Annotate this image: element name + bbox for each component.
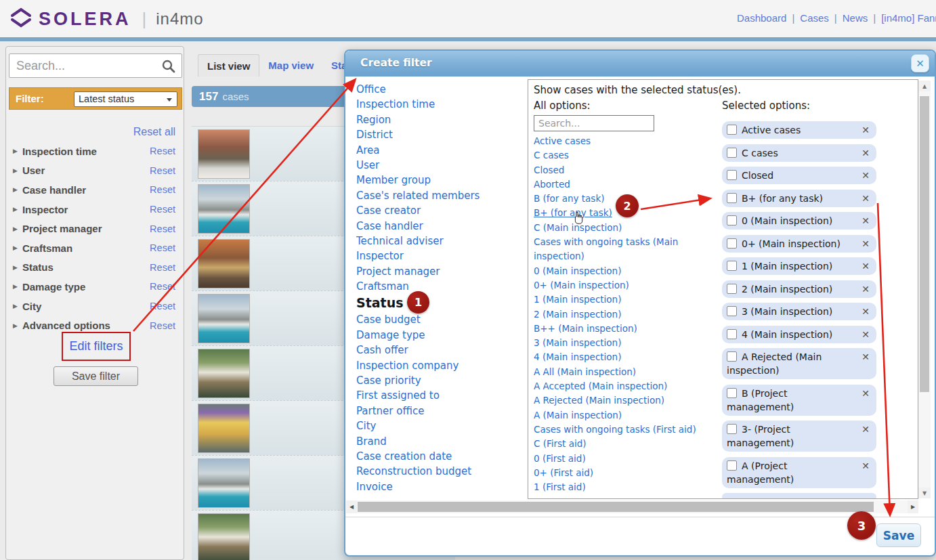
view-tab[interactable]: Map view	[259, 54, 322, 77]
filter-group-reset-link[interactable]: Reset	[150, 262, 175, 273]
status-option-link[interactable]: 0 (Main inspection)	[534, 264, 711, 278]
remove-icon[interactable]: ✕	[861, 350, 870, 364]
remove-icon[interactable]: ✕	[861, 146, 870, 160]
status-option-link[interactable]: Closed	[534, 163, 711, 177]
status-option-link[interactable]: 0+ (First aid)	[534, 466, 711, 480]
filter-field-link[interactable]: Case's related members	[356, 190, 528, 204]
remove-icon[interactable]: ✕	[861, 214, 870, 228]
filter-group-reset-link[interactable]: Reset	[150, 301, 175, 311]
expand-arrow-icon[interactable]: ▶	[13, 244, 18, 251]
remove-icon[interactable]: ✕	[861, 423, 870, 436]
checkbox[interactable]	[727, 424, 737, 434]
filter-field-link[interactable]: Case handler	[356, 220, 528, 235]
filter-field-link[interactable]: Brand	[356, 435, 528, 450]
expand-arrow-icon[interactable]: ▶	[13, 167, 18, 174]
remove-icon[interactable]: ✕	[861, 123, 870, 137]
expand-arrow-icon[interactable]: ▶	[13, 148, 18, 154]
filter-field-link[interactable]: Inspection time	[356, 98, 528, 113]
filter-field-link[interactable]: Area	[356, 144, 528, 159]
filter-group-label[interactable]: City	[22, 301, 41, 312]
filter-field-link[interactable]: Invoice	[356, 481, 528, 496]
filter-group-reset-link[interactable]: Reset	[150, 242, 175, 253]
filter-field-link[interactable]: Member group	[356, 174, 528, 189]
expand-arrow-icon[interactable]: ▶	[13, 225, 18, 232]
status-option-link[interactable]: 0 (First aid)	[534, 452, 711, 466]
vertical-scrollbar-thumb[interactable]	[920, 96, 929, 392]
status-option-link[interactable]: A Rejected (Main inspection)	[534, 393, 711, 408]
filter-field-link[interactable]: Case priority	[356, 374, 528, 389]
remove-icon[interactable]: ✕	[861, 169, 870, 182]
expand-arrow-icon[interactable]: ▶	[13, 186, 18, 193]
remove-icon[interactable]: ✕	[861, 328, 870, 341]
search-icon[interactable]	[161, 59, 176, 77]
checkbox[interactable]	[727, 388, 737, 398]
filter-field-link[interactable]: Status	[356, 295, 528, 314]
filter-field-link[interactable]: Inspector	[356, 250, 528, 265]
filter-field-link[interactable]: Damage type	[356, 329, 528, 344]
horizontal-scrollbar-thumb[interactable]	[358, 502, 874, 512]
filter-field-link[interactable]: Case budget	[356, 314, 528, 328]
filter-group-reset-link[interactable]: Reset	[150, 146, 175, 156]
filter-field-link[interactable]: First assigned to	[356, 389, 528, 404]
expand-arrow-icon[interactable]: ▶	[13, 283, 18, 290]
status-option-link[interactable]: C (Main inspection)	[534, 221, 711, 235]
close-icon[interactable]: ✕	[911, 54, 929, 72]
filter-group-reset-link[interactable]: Reset	[150, 281, 175, 292]
status-option-link[interactable]: 4 (Main inspection)	[534, 350, 711, 364]
status-option-link[interactable]: 1 (First aid)	[534, 480, 711, 494]
filter-group-reset-link[interactable]: Reset	[150, 320, 175, 331]
filter-group-label[interactable]: Inspection time	[22, 146, 97, 157]
options-search-input[interactable]	[534, 115, 654, 131]
filter-field-link[interactable]: Craftsman	[356, 280, 528, 295]
filter-group-reset-link[interactable]: Reset	[150, 204, 175, 215]
checkbox[interactable]	[727, 193, 737, 203]
filter-group-label[interactable]: Project manager	[22, 223, 102, 234]
remove-icon[interactable]: ✕	[861, 459, 870, 473]
status-option-link[interactable]: A (Main inspection)	[534, 408, 711, 423]
topbar-nav-link[interactable]: [in4mo] Fanny In	[868, 12, 936, 24]
remove-icon[interactable]: ✕	[861, 282, 870, 296]
checkbox[interactable]	[727, 329, 737, 339]
status-option-link[interactable]: B++ (Main inspection)	[534, 322, 711, 336]
filter-field-link[interactable]: Reconstruction budget	[356, 465, 528, 480]
checkbox[interactable]	[727, 284, 737, 294]
vertical-scrollbar[interactable]: ▲ ▼	[918, 81, 931, 498]
filter-field-link[interactable]: Technical adviser	[356, 235, 528, 250]
filter-group-label[interactable]: Advanced options	[22, 320, 110, 331]
expand-arrow-icon[interactable]: ▶	[13, 303, 18, 309]
checkbox[interactable]	[727, 215, 737, 225]
filter-field-link[interactable]: Region	[356, 114, 528, 129]
checkbox[interactable]	[727, 170, 737, 180]
filter-group-label[interactable]: Damage type	[22, 281, 85, 293]
search-input[interactable]	[9, 54, 182, 77]
filter-group-label[interactable]: Case handler	[22, 184, 86, 196]
filter-field-link[interactable]: Partner office	[356, 405, 528, 420]
scroll-up-icon[interactable]: ▲	[918, 81, 931, 91]
remove-icon[interactable]: ✕	[861, 237, 870, 251]
status-option-link[interactable]: 2 (Main inspection)	[534, 307, 711, 322]
status-option-link[interactable]: Active cases	[534, 134, 711, 148]
remove-icon[interactable]: ✕	[861, 192, 870, 205]
status-option-link[interactable]: 3 (Main inspection)	[534, 336, 711, 350]
checkbox[interactable]	[727, 148, 737, 158]
scroll-left-icon[interactable]: ◀	[346, 500, 357, 513]
filter-field-link[interactable]: Project manager	[356, 265, 528, 280]
filter-group-reset-link[interactable]: Reset	[150, 165, 175, 176]
filter-field-link[interactable]: District	[356, 129, 528, 144]
topbar-nav-link[interactable]: Cases	[786, 12, 828, 24]
remove-icon[interactable]: ✕	[861, 305, 870, 318]
status-option-link[interactable]: Cases with ongoing tasks (Main inspectio…	[534, 235, 711, 264]
status-option-link[interactable]: C (First aid)	[534, 437, 711, 451]
filter-group-label[interactable]: Inspector	[22, 204, 68, 215]
filter-field-link[interactable]: Case creator	[356, 204, 528, 219]
scroll-down-icon[interactable]: ▼	[918, 488, 931, 498]
expand-arrow-icon[interactable]: ▶	[13, 206, 18, 213]
topbar-nav-link[interactable]: Dashboard	[737, 12, 786, 24]
save-filter-button[interactable]: Save filter	[54, 366, 138, 386]
filter-group-reset-link[interactable]: Reset	[150, 223, 175, 234]
status-option-link[interactable]: 0+ (Main inspection)	[534, 278, 711, 293]
save-button[interactable]: Save	[876, 523, 921, 547]
expand-arrow-icon[interactable]: ▶	[13, 264, 18, 271]
filter-field-link[interactable]: City	[356, 420, 528, 435]
remove-icon[interactable]: ✕	[861, 259, 870, 273]
